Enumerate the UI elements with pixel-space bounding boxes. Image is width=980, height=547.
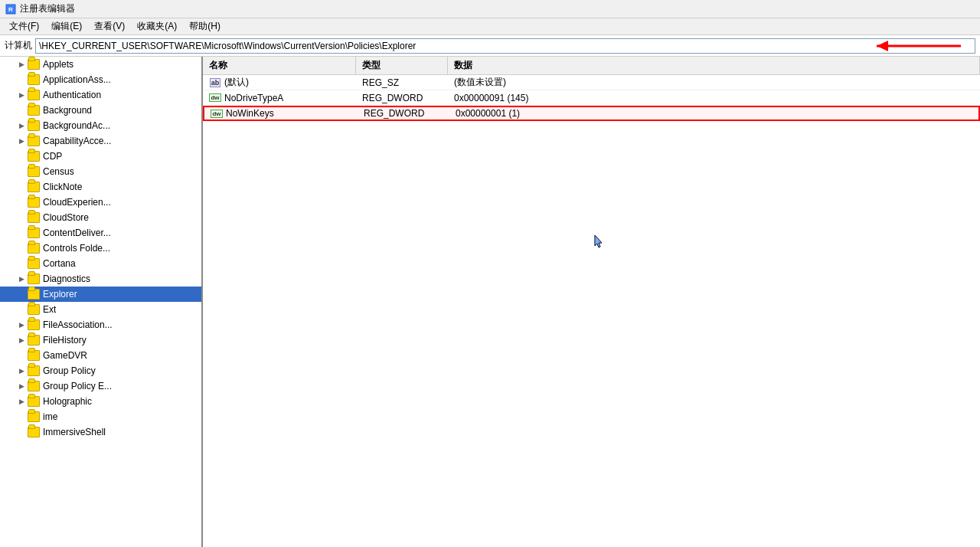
reg-dword-icon: dw bbox=[211, 110, 222, 118]
expand-icon[interactable] bbox=[15, 181, 28, 193]
tree-item[interactable]: Cortana bbox=[0, 256, 201, 271]
tree-item-label: FileAssociation... bbox=[43, 319, 113, 330]
value-name-cell: ab(默认) bbox=[203, 74, 356, 90]
expand-icon[interactable]: ▶ bbox=[15, 58, 28, 70]
folder-icon bbox=[28, 136, 40, 146]
tree-item-label: Controls Folde... bbox=[43, 243, 110, 254]
tree-item[interactable]: ▶Diagnostics bbox=[0, 271, 201, 287]
expand-icon[interactable]: ▶ bbox=[15, 380, 28, 392]
expand-icon[interactable]: ▶ bbox=[15, 334, 28, 346]
tree-item-label: Background bbox=[43, 105, 92, 116]
tree-item-label: ime bbox=[43, 411, 57, 422]
table-row[interactable]: dwNoWinKeysREG_DWORD0x00000001 (1) bbox=[203, 106, 980, 121]
value-name-text: (默认) bbox=[224, 76, 249, 89]
folder-icon bbox=[28, 212, 40, 223]
folder-icon bbox=[28, 74, 40, 85]
folder-icon bbox=[28, 289, 40, 300]
tree-item[interactable]: GameDVR bbox=[0, 348, 201, 363]
folder-icon bbox=[28, 197, 40, 208]
tree-item[interactable]: ContentDeliver... bbox=[0, 225, 201, 241]
expand-icon[interactable] bbox=[15, 227, 28, 239]
tree-item[interactable]: CloudExperien... bbox=[0, 195, 201, 210]
tree-item[interactable]: ▶Applets bbox=[0, 57, 201, 72]
expand-icon[interactable]: ▶ bbox=[15, 365, 28, 377]
svg-marker-3 bbox=[877, 41, 888, 51]
tree-item[interactable]: ▶FileHistory bbox=[0, 332, 201, 348]
tree-item[interactable]: ▶BackgroundAc... bbox=[0, 118, 201, 133]
tree-item-label: CloudStore bbox=[43, 212, 89, 223]
expand-icon[interactable] bbox=[15, 303, 28, 316]
expand-icon[interactable]: ▶ bbox=[15, 395, 28, 408]
tree-item[interactable]: Ext bbox=[0, 302, 201, 317]
menu-view[interactable]: 查看(V) bbox=[88, 18, 131, 34]
menu-edit[interactable]: 编辑(E) bbox=[45, 18, 88, 34]
expand-icon[interactable] bbox=[15, 288, 28, 300]
svg-text:R: R bbox=[8, 6, 13, 13]
tree-item[interactable]: Census bbox=[0, 164, 201, 179]
menu-favorites[interactable]: 收藏夹(A) bbox=[131, 18, 183, 34]
expand-icon[interactable] bbox=[15, 426, 28, 438]
tree-item-label: CloudExperien... bbox=[43, 197, 111, 208]
table-row[interactable]: ab(默认)REG_SZ(数值未设置) bbox=[203, 75, 980, 90]
tree-item[interactable]: ▶FileAssociation... bbox=[0, 317, 201, 332]
tree-item[interactable]: ImmersiveShell bbox=[0, 424, 201, 440]
tree-item-label: Holographic bbox=[43, 396, 92, 407]
address-path[interactable]: \HKEY_CURRENT_USER\SOFTWARE\Microsoft\Wi… bbox=[35, 38, 975, 54]
tree-item[interactable]: CDP bbox=[0, 149, 201, 164]
expand-icon[interactable] bbox=[15, 150, 28, 162]
tree-item-label: Ext bbox=[43, 304, 56, 315]
value-data-cell: 0x00000001 (1) bbox=[449, 106, 978, 120]
expand-icon[interactable]: ▶ bbox=[15, 319, 28, 331]
values-header: 名称 类型 数据 bbox=[203, 57, 980, 75]
tree-item[interactable]: ▶Group Policy bbox=[0, 363, 201, 378]
tree-item[interactable]: Controls Folde... bbox=[0, 241, 201, 256]
value-type-cell: REG_DWORD bbox=[356, 91, 448, 105]
tree-item[interactable]: ApplicationAss... bbox=[0, 72, 201, 87]
header-data[interactable]: 数据 bbox=[448, 57, 980, 74]
tree-item[interactable]: ime bbox=[0, 409, 201, 424]
tree-item[interactable]: ▶Authentication bbox=[0, 87, 201, 103]
tree-item-label: Authentication bbox=[43, 90, 101, 100]
tree-panel[interactable]: ▶AppletsApplicationAss...▶Authentication… bbox=[0, 57, 203, 547]
tree-item[interactable]: CloudStore bbox=[0, 210, 201, 225]
tree-item[interactable]: Explorer bbox=[0, 287, 201, 302]
expand-icon[interactable] bbox=[15, 211, 28, 224]
tree-item[interactable]: ▶Holographic bbox=[0, 394, 201, 409]
expand-icon[interactable] bbox=[15, 104, 28, 116]
expand-icon[interactable] bbox=[15, 257, 28, 270]
tree-item-label: ApplicationAss... bbox=[43, 74, 111, 85]
expand-icon[interactable] bbox=[15, 74, 28, 86]
tree-item[interactable]: ▶CapabilityAcce... bbox=[0, 133, 201, 149]
reg-sz-icon: ab bbox=[210, 78, 221, 87]
value-name-text: NoDriveTypeA bbox=[224, 93, 283, 103]
expand-icon[interactable]: ▶ bbox=[15, 89, 28, 101]
expand-icon[interactable]: ▶ bbox=[15, 273, 28, 285]
tree-item-label: ClickNote bbox=[43, 182, 82, 192]
expand-icon[interactable] bbox=[15, 165, 28, 178]
menu-file[interactable]: 文件(F) bbox=[3, 18, 45, 34]
expand-icon[interactable] bbox=[15, 196, 28, 208]
header-name[interactable]: 名称 bbox=[203, 57, 356, 74]
menu-help[interactable]: 帮助(H) bbox=[183, 18, 227, 34]
tree-item-label: GameDVR bbox=[43, 350, 87, 361]
tree-item-label: Explorer bbox=[43, 289, 77, 300]
header-type[interactable]: 类型 bbox=[356, 57, 448, 74]
tree-item[interactable]: ▶Group Policy E... bbox=[0, 378, 201, 394]
table-row[interactable]: dwNoDriveTypeAREG_DWORD0x00000091 (145) bbox=[203, 90, 980, 106]
folder-icon bbox=[28, 243, 40, 254]
expand-icon[interactable] bbox=[15, 411, 28, 423]
folder-icon bbox=[28, 274, 40, 284]
expand-icon[interactable]: ▶ bbox=[15, 120, 28, 132]
tree-item[interactable]: ClickNote bbox=[0, 179, 201, 195]
expand-icon[interactable]: ▶ bbox=[15, 135, 28, 147]
expand-icon[interactable] bbox=[15, 242, 28, 254]
tree-item-label: FileHistory bbox=[43, 335, 87, 346]
reg-value-icon: dw bbox=[211, 109, 223, 118]
expand-icon[interactable] bbox=[15, 349, 28, 362]
tree-item[interactable]: Background bbox=[0, 103, 201, 118]
folder-icon bbox=[28, 381, 40, 391]
tree-item-label: Diagnostics bbox=[43, 274, 90, 284]
reg-value-icon: dw bbox=[209, 93, 221, 103]
regedit-icon: R bbox=[5, 3, 17, 15]
address-bar: 计算机 \HKEY_CURRENT_USER\SOFTWARE\Microsof… bbox=[0, 35, 980, 57]
